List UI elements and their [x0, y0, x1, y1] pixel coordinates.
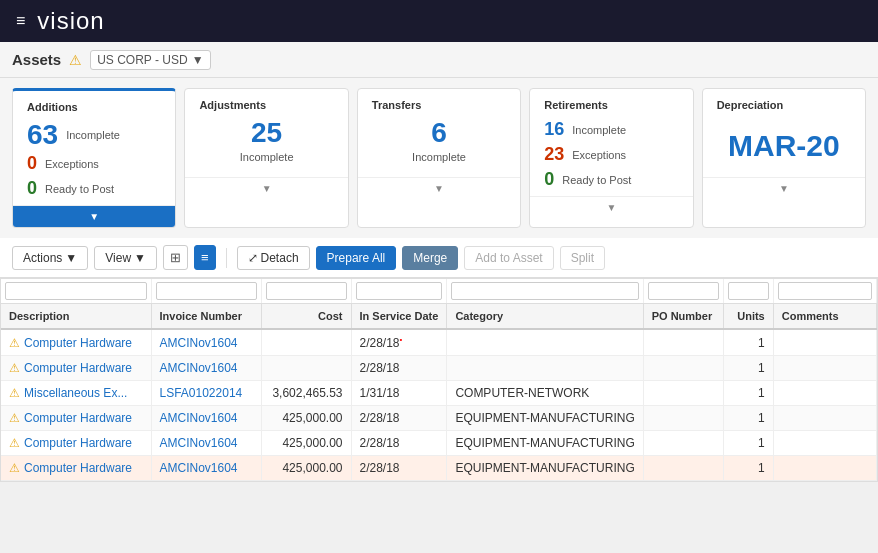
table-row[interactable]: ⚠Computer Hardware AMCINov1604 2/28/18• … [1, 329, 877, 356]
data-table: Description Invoice Number Cost In Servi… [1, 279, 877, 481]
org-label: US CORP - USD [97, 53, 187, 67]
card-adjustments[interactable]: Adjustments 25 Incomplete ▼ [184, 88, 348, 228]
card-depreciation-title: Depreciation [717, 99, 851, 111]
detach-icon: ⤢ [248, 251, 258, 265]
cell-service-date: 2/28/18 [351, 456, 447, 481]
merge-button[interactable]: Merge [402, 246, 458, 270]
cell-invoice: AMCINov1604 [151, 456, 261, 481]
col-service-date[interactable]: In Service Date [351, 304, 447, 330]
card-depreciation[interactable]: Depreciation MAR-20 ▼ [702, 88, 866, 228]
cell-cost [261, 329, 351, 356]
card-transfers[interactable]: Transfers 6 Incomplete ▼ [357, 88, 521, 228]
col-invoice[interactable]: Invoice Number [151, 304, 261, 330]
split-label: Split [571, 251, 594, 265]
table-row[interactable]: ⚠Miscellaneous Ex... LSFA01022014 3,602,… [1, 381, 877, 406]
list-view-button[interactable]: ≡ [194, 245, 216, 270]
cell-units: 1 [723, 356, 773, 381]
warning-icon: ⚠ [9, 361, 20, 375]
retirements-chevron[interactable]: ▼ [530, 196, 692, 218]
cell-service-date: 2/28/18• [351, 329, 447, 356]
prepare-all-button[interactable]: Prepare All [316, 246, 397, 270]
cell-cost: 425,000.00 [261, 456, 351, 481]
warning-icon: ⚠ [9, 436, 20, 450]
column-header-row: Description Invoice Number Cost In Servi… [1, 304, 877, 330]
cell-po-number [643, 431, 723, 456]
filter-invoice[interactable] [156, 282, 257, 300]
filter-cost[interactable] [266, 282, 347, 300]
prepare-all-label: Prepare All [327, 251, 386, 265]
chevron-down-icon: ▼ [434, 183, 444, 194]
cell-category: COMPUTER-NETWORK [447, 381, 643, 406]
cell-service-date: 2/28/18 [351, 356, 447, 381]
cell-comments [773, 356, 876, 381]
cell-invoice: AMCINov1604 [151, 406, 261, 431]
cell-comments [773, 329, 876, 356]
cell-po-number [643, 406, 723, 431]
warning-icon: ⚠ [9, 336, 20, 350]
card-retirements-title: Retirements [544, 99, 678, 111]
split-button[interactable]: Split [560, 246, 605, 270]
actions-button[interactable]: Actions ▼ [12, 246, 88, 270]
filter-row [1, 279, 877, 304]
cell-po-number [643, 356, 723, 381]
cell-category: EQUIPMENT-MANUFACTURING [447, 431, 643, 456]
cell-category [447, 356, 643, 381]
cell-service-date: 1/31/18 [351, 381, 447, 406]
cell-category: EQUIPMENT-MANUFACTURING [447, 456, 643, 481]
detach-button[interactable]: ⤢ Detach [237, 246, 310, 270]
warning-icon: ⚠ [9, 411, 20, 425]
cell-po-number [643, 381, 723, 406]
table-row[interactable]: ⚠Computer Hardware AMCINov1604 425,000.0… [1, 406, 877, 431]
cell-invoice: AMCINov1604 [151, 356, 261, 381]
chevron-down-icon: ▼ [89, 211, 99, 222]
filter-comments[interactable] [778, 282, 872, 300]
warning-icon: ⚠ [9, 461, 20, 475]
summary-row: Additions 63 Incomplete 0 Exceptions 0 R… [0, 78, 878, 238]
additions-chevron[interactable]: ▼ [13, 205, 175, 227]
table-row[interactable]: ⚠Computer Hardware AMCINov1604 425,000.0… [1, 431, 877, 456]
col-cost[interactable]: Cost [261, 304, 351, 330]
cell-units: 1 [723, 431, 773, 456]
toolbar-separator [226, 248, 227, 268]
chevron-down-icon: ▼ [779, 183, 789, 194]
transfers-count: 6 [372, 119, 506, 147]
cell-comments [773, 381, 876, 406]
depreciation-chevron[interactable]: ▼ [703, 177, 865, 199]
col-category[interactable]: Category [447, 304, 643, 330]
cell-service-date: 2/28/18 [351, 406, 447, 431]
transfers-chevron[interactable]: ▼ [358, 177, 520, 199]
retirements-incomplete-count: 16 [544, 119, 564, 140]
cell-invoice: LSFA01022014 [151, 381, 261, 406]
filter-units[interactable] [728, 282, 769, 300]
table-row[interactable]: ⚠Computer Hardware AMCINov1604 425,000.0… [1, 456, 877, 481]
org-dropdown-icon: ▼ [192, 53, 204, 67]
additions-incomplete-row: 63 Incomplete [27, 121, 161, 149]
warning-icon: ⚠ [9, 386, 20, 400]
filter-po-number[interactable] [648, 282, 719, 300]
app-title: vision [37, 7, 104, 35]
filter-category[interactable] [451, 282, 638, 300]
adjustments-chevron[interactable]: ▼ [185, 177, 347, 199]
chevron-down-icon: ▼ [262, 183, 272, 194]
card-retirements[interactable]: Retirements 16 Incomplete 23 Exceptions … [529, 88, 693, 228]
card-additions[interactable]: Additions 63 Incomplete 0 Exceptions 0 R… [12, 88, 176, 228]
add-to-asset-button[interactable]: Add to Asset [464, 246, 553, 270]
additions-ready-label: Ready to Post [45, 183, 114, 195]
columns-icon-button[interactable]: ⊞ [163, 245, 188, 270]
org-selector[interactable]: US CORP - USD ▼ [90, 50, 210, 70]
view-label: View [105, 251, 131, 265]
cell-comments [773, 431, 876, 456]
additions-ready-count: 0 [27, 178, 37, 199]
col-description[interactable]: Description [1, 304, 151, 330]
col-po-number[interactable]: PO Number [643, 304, 723, 330]
cell-po-number [643, 456, 723, 481]
additions-incomplete-count: 63 [27, 121, 58, 149]
filter-service-date[interactable] [356, 282, 443, 300]
table-row[interactable]: ⚠Computer Hardware AMCINov1604 2/28/18 1 [1, 356, 877, 381]
hamburger-menu[interactable]: ≡ [16, 12, 25, 30]
view-button[interactable]: View ▼ [94, 246, 157, 270]
filter-description[interactable] [5, 282, 147, 300]
retirements-ready-row: 0 Ready to Post [544, 169, 678, 190]
col-comments[interactable]: Comments [773, 304, 876, 330]
col-units[interactable]: Units [723, 304, 773, 330]
